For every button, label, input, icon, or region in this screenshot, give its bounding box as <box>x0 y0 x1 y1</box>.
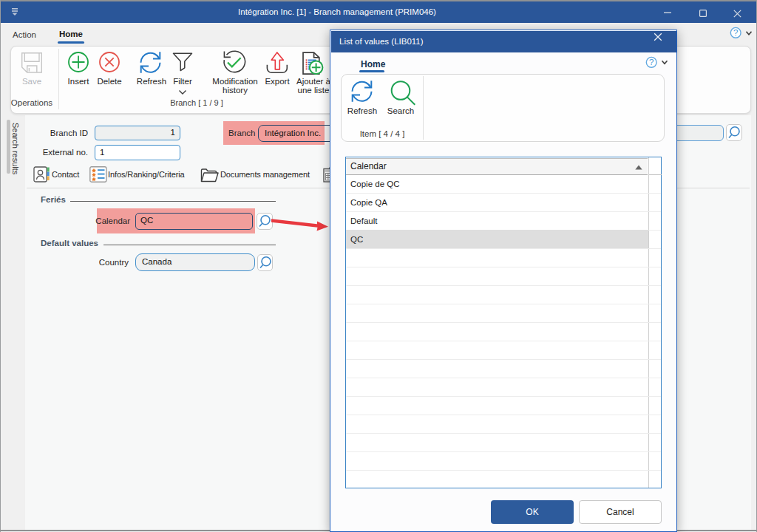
svg-text:?: ? <box>649 58 654 66</box>
svg-text:?: ? <box>733 28 738 37</box>
